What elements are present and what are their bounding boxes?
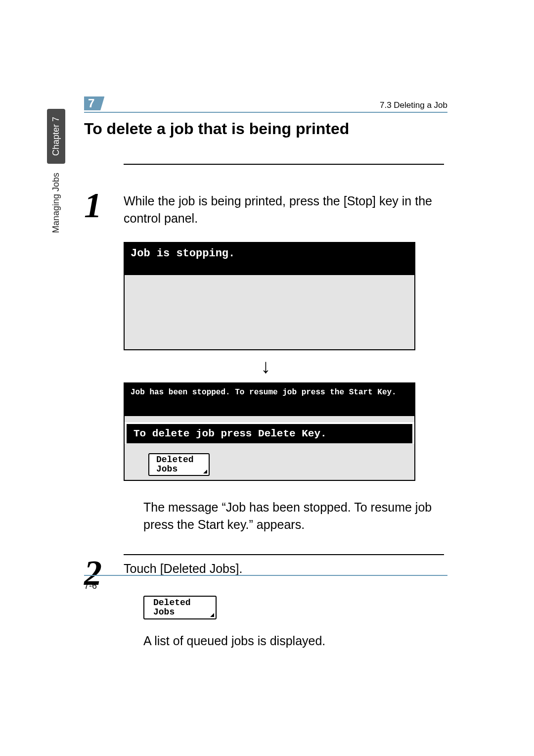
step-1-text: While the job is being printed, press th… bbox=[124, 189, 447, 227]
arrow-down-icon: ↓ bbox=[84, 355, 447, 378]
page-footer: 7-6 bbox=[84, 575, 447, 591]
chapter-number-badge: 7 bbox=[84, 96, 104, 110]
step-2: 2 Touch [Deleted Jobs]. Deleted Jobs A l… bbox=[84, 554, 447, 650]
button-corner-icon bbox=[203, 470, 207, 473]
chapter-number: 7 bbox=[84, 96, 97, 110]
step-number-1: 1 bbox=[84, 189, 124, 227]
deleted-jobs-button-label: Deleted Jobs bbox=[153, 598, 191, 617]
printer-panel-screen-1: Job is stopping. bbox=[124, 242, 415, 350]
deleted-jobs-button[interactable]: Deleted Jobs bbox=[143, 596, 217, 619]
page-number: 7-6 bbox=[84, 581, 97, 591]
screen-1-body bbox=[125, 275, 414, 349]
printer-panel-screen-2: Job has been stopped. To resume job pres… bbox=[124, 382, 415, 481]
side-tab: Chapter 7 Managing Jobs bbox=[47, 109, 65, 233]
screen-1-header: Job is stopping. bbox=[125, 243, 414, 275]
section-title: To delete a job that is being printed bbox=[84, 120, 447, 138]
button-corner-icon bbox=[210, 613, 214, 617]
running-head: 7.3 Deleting a Job bbox=[380, 100, 447, 110]
deleted-jobs-button[interactable]: Deleted Jobs bbox=[148, 453, 210, 476]
deleted-jobs-button-illustration: Deleted Jobs bbox=[143, 596, 447, 619]
chapter-tab: Chapter 7 bbox=[47, 109, 65, 164]
screen-2-message: To delete job press Delete Key. bbox=[127, 424, 412, 443]
step-1-followup: The message “Job has been stopped. To re… bbox=[143, 499, 445, 533]
step-1: 1 While the job is being printed, press … bbox=[84, 164, 447, 533]
screen-2-header: Job has been stopped. To resume job pres… bbox=[125, 383, 414, 416]
sidebar-section-label: Managing Jobs bbox=[51, 173, 61, 233]
page-header: 7 7.3 Deleting a Job bbox=[84, 96, 447, 113]
page-body: 7 7.3 Deleting a Job To delete a job tha… bbox=[84, 96, 447, 650]
step-2-followup: A list of queued jobs is displayed. bbox=[143, 632, 445, 650]
deleted-jobs-button-label: Deleted Jobs bbox=[156, 455, 194, 474]
